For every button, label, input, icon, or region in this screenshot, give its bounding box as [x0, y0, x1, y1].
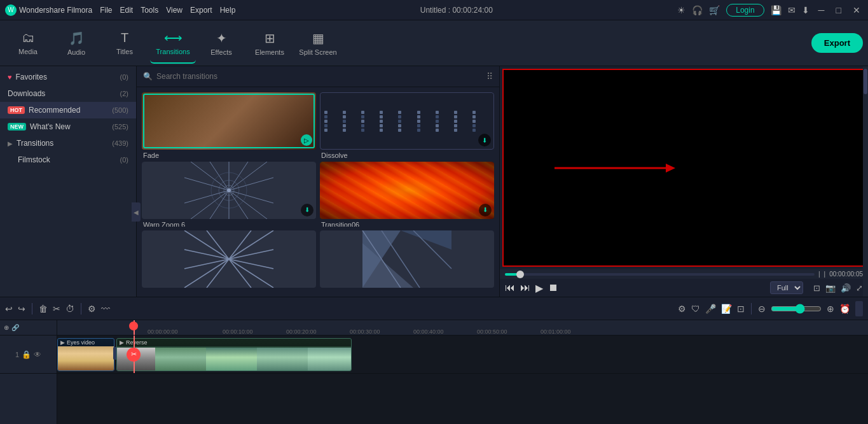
- toolbar-titles[interactable]: T Titles: [102, 23, 148, 64]
- quality-select[interactable]: Full 1/2 1/4: [770, 281, 803, 294]
- svg-line-11: [184, 190, 229, 203]
- text-overlay-icon[interactable]: 📝: [721, 304, 732, 314]
- clip-main[interactable]: ▶ Reverse: [116, 338, 352, 371]
- add-track-icon[interactable]: ⊕: [4, 324, 9, 331]
- left-panel: ♥ Favorites (0) Downloads (2) HOT Recomm…: [0, 66, 137, 297]
- toolbar-splitscreen[interactable]: ▦ Split Screen: [295, 23, 341, 64]
- right-scrollbar[interactable]: [863, 66, 868, 297]
- clip-main-icon: ▶: [120, 339, 124, 346]
- link-icon[interactable]: 🔗: [11, 324, 19, 331]
- clip-eyes-thumb: [58, 346, 114, 371]
- transition-dissolve[interactable]: ⬇ Dissolve: [320, 92, 494, 158]
- red-arrow: [548, 159, 675, 178]
- preview-timeline[interactable]: [505, 273, 815, 276]
- download-icon[interactable]: ⬇: [802, 5, 809, 15]
- headphone-icon[interactable]: 🎧: [692, 5, 703, 15]
- menu-edit[interactable]: Edit: [120, 6, 134, 15]
- heart-icon: ♥: [8, 73, 12, 81]
- prev-frame-button[interactable]: ⏮: [505, 282, 515, 293]
- mic-icon[interactable]: 🎤: [705, 304, 716, 314]
- play-button[interactable]: ▶: [535, 282, 543, 294]
- save-icon[interactable]: 💾: [771, 5, 782, 15]
- transitions-grid: ▷ Fade: [137, 87, 499, 297]
- menu-file[interactable]: File: [100, 6, 112, 15]
- snapshot-icon[interactable]: 📷: [825, 283, 836, 293]
- toolbar-audio[interactable]: 🎵 Audio: [53, 23, 99, 64]
- login-button[interactable]: Login: [726, 4, 764, 17]
- delete-icon[interactable]: 🗑: [39, 304, 48, 314]
- toolbar-elements[interactable]: ⊞ Elements: [247, 23, 293, 64]
- ruler-10s: 00:00:10:00: [223, 329, 286, 335]
- cart-icon[interactable]: 🛒: [709, 5, 720, 15]
- redo-icon[interactable]: ↪: [18, 304, 25, 314]
- track-lock-icon[interactable]: 🔒: [22, 350, 31, 359]
- settings-icon[interactable]: ⚙: [678, 304, 686, 314]
- fire-download-icon: ⬇: [479, 204, 492, 216]
- crop-icon[interactable]: ⊡: [737, 304, 745, 314]
- timeline-scrubber[interactable]: [516, 271, 524, 278]
- adjust-icon[interactable]: ⚙: [88, 304, 96, 314]
- panel-favorites[interactable]: ♥ Favorites (0): [0, 69, 136, 85]
- zoom-in-icon[interactable]: ⊕: [827, 304, 834, 314]
- minimize-button[interactable]: ─: [816, 5, 827, 15]
- cut-icon[interactable]: ✂: [53, 304, 60, 314]
- step-forward-button[interactable]: ⏭: [520, 282, 530, 293]
- timeline-tracks: 1 🔒 👁 ✂ ▶ Eyes video: [0, 336, 868, 424]
- expand-icon[interactable]: ⤢: [856, 283, 863, 293]
- stop-button[interactable]: ⏹: [548, 282, 558, 293]
- history-icon[interactable]: ⏱: [65, 304, 74, 314]
- export-button[interactable]: Export: [811, 33, 863, 53]
- transition-fire[interactable]: ⬇ Transition06: [320, 162, 494, 227]
- ruler-30s: 00:00:30:00: [350, 329, 413, 335]
- playback-controls: ⏮ ⏭ ▶ ⏹ Full 1/2 1/4 ⊡ 📷 🔊 ⤢: [500, 279, 868, 297]
- toolbar-audio-label: Audio: [67, 48, 85, 56]
- volume-icon[interactable]: 🔊: [841, 283, 851, 293]
- mail-icon[interactable]: ✉: [788, 5, 796, 15]
- transitions-cat-label: Transitions: [17, 139, 53, 148]
- transitions-icon: ⟷: [164, 30, 183, 45]
- undo-icon[interactable]: ↩: [5, 304, 13, 314]
- grid-view-icon[interactable]: ⠿: [486, 71, 493, 81]
- panel-collapse-button[interactable]: ◀: [132, 202, 141, 222]
- panel-whatsnew[interactable]: NEW What's New (525): [0, 118, 136, 135]
- brightness-icon[interactable]: ☀: [677, 5, 685, 15]
- toolbar-titles-label: Titles: [116, 48, 133, 55]
- menu-view[interactable]: View: [166, 6, 183, 15]
- zoom-slider[interactable]: [771, 304, 822, 314]
- panel-recommended[interactable]: HOT Recommended (500): [0, 102, 136, 118]
- toolbar-media[interactable]: 🗂 Media: [5, 23, 51, 64]
- transition-diagonal1[interactable]: [142, 230, 316, 292]
- whatsnew-label: What's New: [30, 122, 71, 131]
- close-button[interactable]: ✕: [850, 5, 863, 15]
- panel-toggle[interactable]: [855, 301, 863, 316]
- ruler-time-0: 00:00:00:00: [148, 329, 178, 335]
- fullscreen-preview-icon[interactable]: ⊡: [813, 283, 820, 293]
- search-input[interactable]: [156, 72, 483, 81]
- panel-filmstock[interactable]: Filmstock (0): [0, 152, 136, 168]
- transition-warpzoom[interactable]: ⬇ Warp Zoom 6: [142, 162, 316, 227]
- panel-transitions[interactable]: ▶ Transitions (439): [0, 135, 136, 152]
- frame-3: [206, 348, 257, 371]
- favorites-label: Favorites: [16, 73, 47, 81]
- transition-diagonal2[interactable]: [320, 230, 494, 292]
- transition-fade[interactable]: ▷ Fade: [142, 92, 316, 158]
- toolbar-effects[interactable]: ✦ Effects: [198, 23, 244, 64]
- svg-line-0: [191, 162, 229, 190]
- shield-icon[interactable]: 🛡: [691, 304, 700, 314]
- fade-label: Fade: [142, 150, 316, 158]
- track-eye-icon[interactable]: 👁: [34, 350, 41, 359]
- menu-export[interactable]: Export: [190, 6, 212, 15]
- panel-downloads[interactable]: Downloads (2): [0, 85, 136, 102]
- clip-frames: [117, 348, 352, 371]
- toolbar-transitions[interactable]: ⟷ Transitions: [150, 23, 196, 64]
- new-badge: NEW: [8, 123, 26, 131]
- search-icon: 🔍: [143, 72, 153, 81]
- menu-help[interactable]: Help: [220, 6, 236, 15]
- maximize-button[interactable]: □: [834, 5, 844, 15]
- fit-icon[interactable]: ⏰: [839, 304, 850, 314]
- zoom-out-icon[interactable]: ⊖: [758, 304, 766, 314]
- collapse-icon: ◀: [134, 209, 139, 216]
- menu-tools[interactable]: Tools: [141, 6, 158, 15]
- clip-eyes[interactable]: ▶ Eyes video: [57, 338, 114, 371]
- audio-wave-icon[interactable]: 〰: [101, 304, 110, 314]
